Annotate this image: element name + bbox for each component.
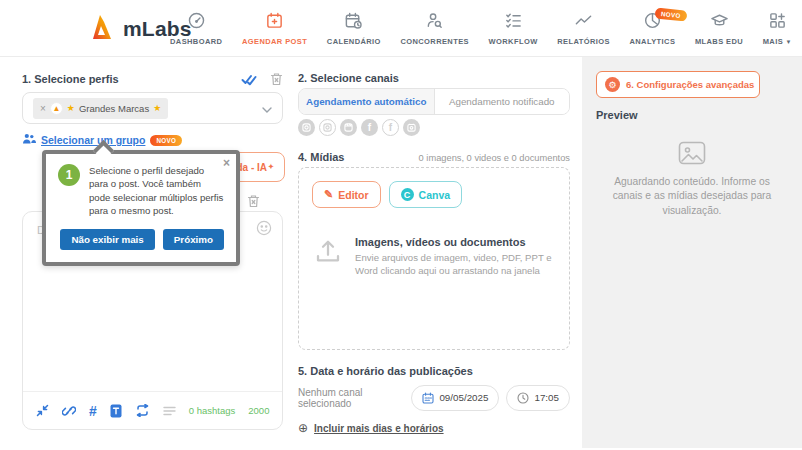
nav-item-workflow[interactable]: WORKFLOW [489,11,538,46]
clear-text-trash-icon[interactable] [247,194,260,208]
tab-agendamento-automatico[interactable]: Agendamento automático [299,89,435,114]
plus-circled-icon: ⊕ [298,421,308,435]
sparkle-icon: ✦ [268,163,274,171]
select-all-check-icon[interactable] [241,73,258,86]
profile-select-dropdown[interactable]: × ▲ ★ Grandes Marcas ★ [22,92,283,124]
nav-label: CONCORRENTES [400,37,469,46]
image-edit-icon: ✎ [324,188,333,201]
editor-toolbar: # 0 hashtags 2000 [23,391,282,429]
top-navbar: mLabs DASHBOARD AGENDAR POST [0,0,802,57]
grid-plus-icon [768,11,787,34]
caret-down-icon: ▼ [786,39,792,45]
nav-label: MAIS ▼ [763,37,792,46]
preview-panel: ⚙ 6. Configurações avançadas Preview Agu… [582,57,802,448]
checklist-icon [504,11,523,34]
profile-chip-label: Grandes Marcas [79,103,149,114]
link-icon[interactable] [62,404,76,418]
nav-item-mais[interactable]: MAIS ▼ [763,11,792,46]
scheduling-tabs: Agendamento automático Agendamento notif… [298,88,570,115]
facebook-page-icon[interactable]: f [382,119,399,136]
profile-avatar: ▲ [50,102,63,115]
channel-icons-row: f f [298,119,420,136]
facebook-icon[interactable]: f [361,119,378,136]
gear-icon: ⚙ [605,77,620,92]
nav-item-calendario[interactable]: CALENDÁRIO [327,11,381,46]
editor-button[interactable]: ✎ Editor [312,181,381,208]
nav-item-dashboard[interactable]: DASHBOARD [170,11,222,46]
dismiss-tooltip-button[interactable]: Não exibir mais [60,229,154,250]
calendar-icon [422,392,434,404]
nav-item-agendar-post[interactable]: AGENDAR POST [242,11,307,46]
nav-label: ANALYTICS [629,37,675,46]
calendar-plus-icon [265,11,284,34]
midias-header: 4. Mídias 0 imagens, 0 videos e 0 docume… [298,151,570,163]
next-tooltip-button[interactable]: Próximo [163,229,224,250]
chevron-down-icon[interactable] [262,99,272,117]
text-align-icon[interactable] [163,406,176,416]
add-more-dates-row[interactable]: ⊕ Incluir mais dias e horários [298,421,444,435]
section-title-data-horario: 5. Data e horário das publicações [298,365,473,377]
section-title-midias: 4. Mídias [298,151,344,163]
hashtag-counter: 0 hashtags [189,405,235,416]
time-field[interactable]: 17:05 [506,385,570,411]
tiktok-icon[interactable] [403,119,420,136]
nav-item-mlabs-edu[interactable]: MLABS EDU [695,11,743,46]
clear-profiles-trash-icon[interactable] [270,72,283,86]
instagram-story-icon[interactable] [319,119,336,136]
nav-label: WORKFLOW [489,37,538,46]
nav-item-analytics[interactable]: NOVO ANALYTICS [629,11,675,46]
instagram-icon[interactable] [298,119,315,136]
media-upload-dropzone[interactable]: ✎ Editor C Canva Imagens, vídeos ou docu… [298,167,570,350]
canva-icon: C [401,188,414,201]
nav-item-relatorios[interactable]: RELATÓRIOS [557,11,610,46]
canva-button-label: Canva [419,189,451,201]
nav-label: MLABS EDU [695,37,743,46]
graduation-cap-icon [710,11,729,34]
text-template-icon[interactable] [110,404,122,418]
dashboard-icon [187,11,206,34]
tooltip-message: Selecione o perfil desejado para o post.… [89,164,224,218]
schedule-row: Nenhum canal selecionado 09/05/2025 17:0… [298,384,570,411]
tab-agendamento-notificado[interactable]: Agendamento notificado [435,89,570,114]
date-field[interactable]: 09/05/2025 [411,385,499,411]
canva-button[interactable]: C Canva [389,181,463,208]
time-value: 17:05 [534,392,559,403]
section-title-perfis: 1. Selecione perfis [22,73,119,85]
upload-description: Envie arquivos de imagem, video, PDF, PP… [355,251,555,278]
section-title-canais: 2. Selecione canais [298,72,399,84]
calendar-clock-icon [344,11,363,34]
advanced-settings-button[interactable]: ⚙ 6. Configurações avançadas [596,71,760,98]
nav-label: CALENDÁRIO [327,37,381,46]
upload-icon [313,236,343,270]
preview-empty-message: Aguardando conteúdo. Informe os canais e… [602,175,782,218]
main-nav: DASHBOARD AGENDAR POST CALENDÁRIO [170,0,792,56]
group-people-icon [22,131,36,149]
upload-title: Imagens, vídeos ou documentos [355,236,555,248]
hashtag-icon[interactable]: # [89,403,97,419]
person-search-icon [425,11,444,34]
char-limit-counter: 2000 [248,405,269,416]
select-profiles-header: 1. Selecione perfis [22,72,283,86]
no-channel-selected-text: Nenhum canal selecionado [298,387,411,409]
agendar-post-page: mLabs DASHBOARD AGENDAR POST [0,0,802,450]
nav-item-concorrentes[interactable]: CONCORRENTES [400,11,469,46]
onboarding-tooltip-step1: × 1 Selecione o perfil desejado para o p… [42,150,240,266]
date-value: 09/05/2025 [439,392,488,403]
clock-icon [517,392,529,404]
emoji-picker-icon[interactable] [256,220,272,240]
editor-button-label: Editor [338,189,368,201]
nav-label: AGENDAR POST [242,37,307,46]
preview-heading: Preview [596,109,638,121]
nav-label: DASHBOARD [170,37,222,46]
add-more-dates-link[interactable]: Incluir mais dias e horários [314,423,444,434]
repost-icon[interactable] [135,404,150,417]
instagram-reels-icon[interactable] [340,119,357,136]
tooltip-close-icon[interactable]: × [223,157,230,169]
star-icon: ★ [153,103,161,113]
select-group-link[interactable]: Selecionar um grupo [41,134,145,146]
collapse-arrows-icon[interactable] [36,404,49,417]
selected-profile-chip: × ▲ ★ Grandes Marcas ★ [33,98,168,119]
chip-remove-icon[interactable]: × [40,103,46,114]
star-icon: ★ [67,103,75,113]
novo-badge: NOVO [150,135,182,146]
